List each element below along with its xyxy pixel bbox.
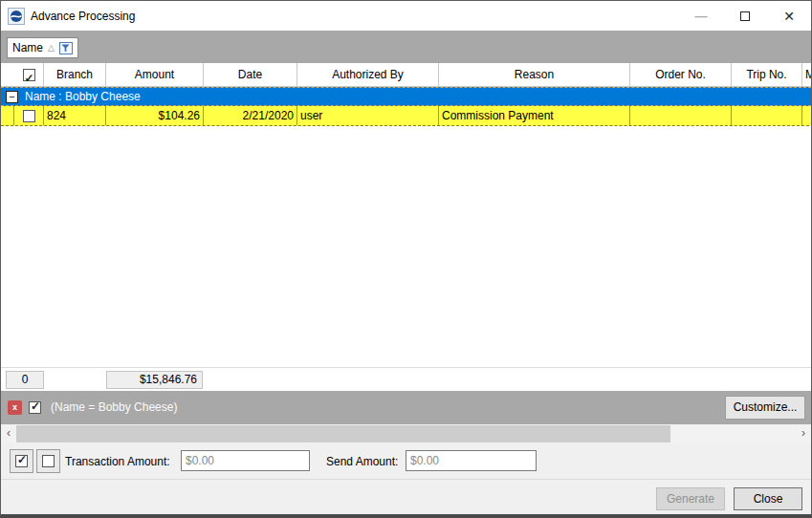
check-icon: ✓ (31, 399, 40, 413)
filter-panel: x ✓ (Name = Bobby Cheese) Customize... (1, 391, 811, 424)
row-checkbox[interactable] (14, 106, 44, 125)
transaction-amount-label: Transaction Amount: (65, 455, 170, 468)
column-header-m[interactable]: M (802, 63, 811, 87)
window-controls: — ✕ (679, 1, 811, 31)
check-all-button[interactable]: ✓ (10, 449, 33, 473)
summary-amount-total: $15,846.76 (106, 371, 203, 389)
cell-m[interactable] (802, 106, 811, 125)
summary-row: 0 $15,846.76 (1, 367, 811, 391)
minimize-icon[interactable]: — (679, 1, 723, 31)
filter-enabled-checkbox[interactable]: ✓ (29, 401, 41, 414)
check-icon: ✓ (25, 67, 34, 87)
advance-processing-window: Advance Processing — ✕ Name △ ✓ Branch (0, 0, 812, 518)
header-indicator-cell (1, 63, 14, 87)
customize-button[interactable]: Customize... (725, 396, 805, 420)
summary-count: 0 (6, 371, 44, 389)
cell-amount[interactable]: $104.26 (106, 106, 204, 125)
title-bar: Advance Processing — ✕ (1, 1, 811, 31)
remove-filter-icon[interactable]: x (8, 400, 22, 415)
group-by-field-label: Name (12, 41, 43, 54)
column-header-trip-no[interactable]: Trip No. (732, 63, 802, 87)
column-header-date[interactable]: Date (204, 63, 297, 87)
scrollbar-thumb[interactable] (16, 425, 670, 442)
column-header-authorized-by[interactable]: Authorized By (297, 63, 439, 87)
cell-order-no[interactable] (630, 106, 732, 125)
column-header-reason[interactable]: Reason (439, 63, 630, 87)
cell-date[interactable]: 2/21/2020 (204, 106, 297, 125)
close-icon[interactable]: ✕ (767, 1, 811, 31)
footer-divider (1, 479, 811, 480)
empty-checkbox-icon (42, 455, 55, 467)
advances-grid: ✓ Branch Amount Date Authorized By Reaso… (1, 63, 811, 367)
scroll-left-icon[interactable]: ‹ (1, 424, 16, 443)
group-by-chip-name[interactable]: Name △ (7, 37, 78, 58)
maximize-icon[interactable] (723, 1, 767, 31)
generate-button: Generate (656, 487, 725, 510)
grid-header-row: ✓ Branch Amount Date Authorized By Reaso… (1, 63, 811, 87)
column-header-branch[interactable]: Branch (44, 63, 106, 87)
filter-funnel-icon[interactable] (59, 42, 73, 54)
group-row-bobby-cheese[interactable]: − Name : Bobby Cheese (1, 87, 811, 106)
select-all-checkbox[interactable]: ✓ (14, 63, 44, 87)
cell-branch[interactable]: 824 (44, 106, 106, 125)
transaction-amount-input[interactable] (181, 450, 310, 471)
column-header-order-no[interactable]: Order No. (630, 63, 732, 87)
app-logo-icon (8, 8, 25, 25)
send-amount-input[interactable] (406, 450, 537, 471)
window-title: Advance Processing (31, 10, 135, 23)
cell-authorized-by[interactable]: user (297, 106, 439, 125)
group-row-label: Name : Bobby Cheese (25, 90, 141, 103)
row-indicator-cell (1, 106, 14, 125)
column-header-amount[interactable]: Amount (106, 63, 204, 87)
group-by-panel: Name △ (1, 31, 811, 63)
uncheck-all-button[interactable] (36, 449, 60, 473)
scroll-right-icon[interactable]: › (796, 424, 811, 443)
cell-trip-no[interactable] (732, 106, 802, 125)
collapse-group-icon[interactable]: − (6, 91, 18, 103)
table-row[interactable]: 824 $104.26 2/21/2020 user Commission Pa… (1, 106, 811, 126)
horizontal-scrollbar[interactable]: ‹ › (1, 424, 811, 443)
close-button[interactable]: Close (734, 487, 802, 510)
cell-reason[interactable]: Commission Payment (439, 106, 630, 125)
footer-panel: ✓ Transaction Amount: Send Amount: Gener… (1, 443, 811, 514)
filter-expression: (Name = Bobby Cheese) (51, 400, 177, 414)
sort-ascending-icon: △ (48, 44, 55, 53)
check-icon: ✓ (17, 453, 27, 466)
send-amount-label: Send Amount: (326, 455, 398, 468)
